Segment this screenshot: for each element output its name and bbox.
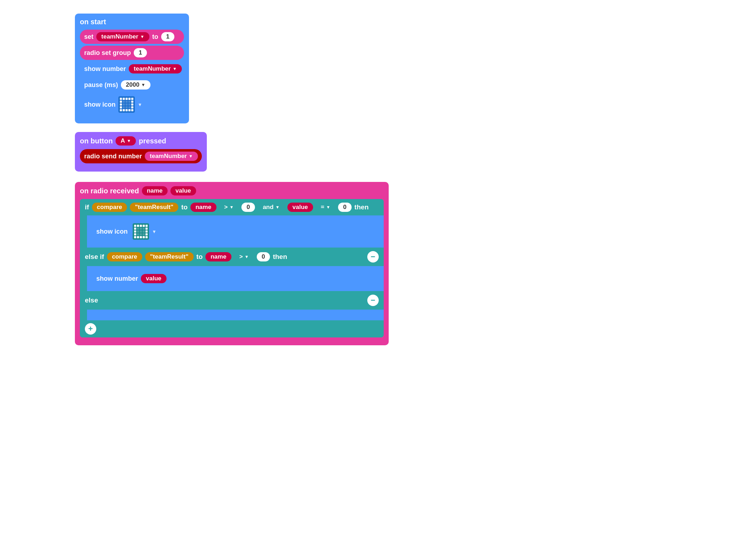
show-icon-block-1: show icon ▼ bbox=[80, 94, 184, 115]
radio-send-number-block: radio send number teamNumber bbox=[80, 149, 202, 163]
button-letter[interactable]: A bbox=[116, 136, 136, 146]
if-eq-op[interactable]: = bbox=[316, 203, 336, 212]
radio-send-var[interactable]: teamNumber bbox=[145, 152, 198, 161]
show-icon-label-2: show icon bbox=[96, 228, 128, 235]
on-radio-header: on radio received name value bbox=[80, 186, 384, 195]
radio-group-value[interactable]: 1 bbox=[134, 48, 147, 57]
radio-param-name[interactable]: name bbox=[142, 186, 168, 195]
then-label-1: then bbox=[354, 203, 369, 211]
remove-else-btn[interactable]: − bbox=[367, 295, 379, 306]
on-radio-prefix: on radio received bbox=[80, 187, 139, 195]
else-body bbox=[87, 310, 384, 320]
team-number-var[interactable]: teamNumber bbox=[96, 32, 149, 41]
on-start-block: on start set teamNumber to 1 radio set g… bbox=[75, 14, 189, 123]
elseif-op[interactable]: > bbox=[234, 252, 254, 261]
if-body: show icon ▼ bbox=[87, 215, 384, 248]
if-op-1[interactable]: > bbox=[219, 203, 239, 212]
show-number-block-2: show number value bbox=[92, 271, 171, 286]
add-condition-row: + bbox=[80, 320, 384, 337]
radio-set-group-block: radio set group 1 bbox=[80, 46, 184, 60]
icon-grid-1[interactable] bbox=[118, 96, 135, 113]
team-result-string-1[interactable]: "teamResult" bbox=[130, 203, 178, 212]
show-number-value-pill[interactable]: value bbox=[141, 274, 166, 283]
set-label: set bbox=[84, 33, 93, 41]
compare-label-1: compare bbox=[92, 203, 127, 212]
team-result-string-2[interactable]: "teamResult" bbox=[145, 252, 194, 261]
to-label-1: to bbox=[152, 33, 158, 41]
icon-grid-2[interactable] bbox=[133, 223, 149, 240]
if-val-2[interactable]: 0 bbox=[338, 203, 351, 212]
pause-value[interactable]: 2000 bbox=[121, 80, 150, 90]
else-label: else bbox=[85, 296, 98, 304]
if-row: if compare "teamResult" to name > 0 and … bbox=[80, 199, 384, 215]
elseif-name-pill[interactable]: name bbox=[205, 252, 231, 261]
set-value-1[interactable]: 1 bbox=[161, 32, 174, 41]
else-row: else − bbox=[80, 291, 384, 310]
show-icon-block-2: show icon ▼ bbox=[92, 221, 161, 242]
else-if-row: else if compare "teamResult" to name > 0… bbox=[80, 248, 384, 266]
on-start-header: on start bbox=[80, 18, 184, 26]
compare-label-2: compare bbox=[107, 252, 142, 261]
show-icon-label-1: show icon bbox=[84, 101, 116, 108]
radio-send-label: radio send number bbox=[84, 153, 142, 160]
show-number-label-2: show number bbox=[96, 275, 138, 282]
show-number-block-1: show number teamNumber bbox=[80, 62, 184, 76]
on-start-label: on start bbox=[80, 18, 106, 26]
on-radio-block: on radio received name value if compare … bbox=[75, 182, 389, 345]
add-condition-btn[interactable]: + bbox=[85, 323, 96, 335]
to-label-if1: to bbox=[181, 203, 188, 211]
elseif-val[interactable]: 0 bbox=[257, 252, 270, 261]
radio-block-bottom bbox=[80, 337, 384, 345]
on-button-suffix: pressed bbox=[139, 137, 166, 145]
then-label-2: then bbox=[273, 253, 287, 261]
show-number-var-1[interactable]: teamNumber bbox=[129, 64, 182, 73]
workspace: on start set teamNumber to 1 radio set g… bbox=[0, 0, 746, 560]
set-team-number-block: set teamNumber to 1 bbox=[80, 30, 184, 44]
to-label-elseif: to bbox=[196, 253, 203, 261]
on-button-block: on button A pressed radio send number te… bbox=[75, 132, 207, 172]
radio-param-value[interactable]: value bbox=[170, 186, 196, 195]
if-block: if compare "teamResult" to name > 0 and … bbox=[80, 199, 384, 337]
on-button-prefix: on button bbox=[80, 137, 113, 145]
if-value-pill[interactable]: value bbox=[287, 203, 313, 212]
radio-group-label: radio set group bbox=[84, 49, 131, 57]
else-if-label: else if bbox=[85, 253, 104, 261]
if-name-pill-1[interactable]: name bbox=[190, 203, 216, 212]
else-if-body: show number value bbox=[87, 266, 384, 291]
and-pill[interactable]: and bbox=[258, 203, 285, 212]
if-val-1[interactable]: 0 bbox=[241, 203, 255, 212]
on-button-header: on button A pressed bbox=[80, 136, 202, 146]
pause-label: pause (ms) bbox=[84, 81, 118, 89]
pause-block: pause (ms) 2000 bbox=[80, 78, 184, 92]
remove-elseif-btn[interactable]: − bbox=[367, 251, 379, 263]
if-label: if bbox=[85, 203, 89, 211]
show-number-label-1: show number bbox=[84, 65, 126, 73]
